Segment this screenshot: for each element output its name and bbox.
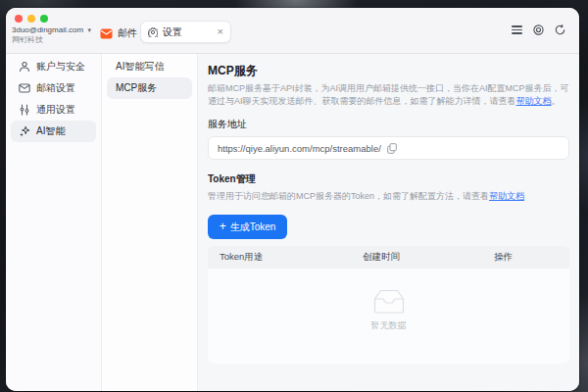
caret-down-icon: ▾ <box>88 26 92 33</box>
page-title: MCP服务 <box>208 63 569 79</box>
subnav-item-label: AI智能写信 <box>116 60 164 74</box>
mail-icon <box>100 28 113 39</box>
sidebar-item-ai[interactable]: AI智能 <box>11 121 96 142</box>
service-address-field[interactable]: https://qiye.aliyun.com/mcp/streamable/ <box>208 136 569 160</box>
sidebar-item-label: 邮箱设置 <box>36 81 75 95</box>
close-window-button[interactable] <box>15 15 23 23</box>
tab-mail-label: 邮件 <box>118 26 137 40</box>
menu-icon[interactable] <box>512 25 522 34</box>
person-icon <box>19 61 30 73</box>
minimize-window-button[interactable] <box>27 15 35 23</box>
generate-token-label: 生成Token <box>230 220 276 234</box>
account-company: 网钉科技 <box>12 35 91 45</box>
app-window: 3duo@dingmail.com ▾ 网钉科技 邮件 设置 × <box>6 8 579 391</box>
token-description: 管理用于访问您邮箱的MCP服务器的Token，如需了解配置方法，请查看帮助文档 <box>208 190 569 203</box>
subnav-item-label: MCP服务 <box>116 81 157 95</box>
theme-icon[interactable] <box>533 24 544 35</box>
column-header-token-purpose: Token用途 <box>208 251 363 264</box>
traffic-lights <box>15 15 48 23</box>
ai-sparkle-icon <box>19 125 30 137</box>
sidebar-item-label: 通用设置 <box>36 103 75 117</box>
tab-mail[interactable]: 邮件 <box>100 26 137 40</box>
help-doc-link[interactable]: 帮助文档 <box>516 96 552 106</box>
copy-icon[interactable] <box>387 143 397 154</box>
sliders-icon <box>19 104 30 116</box>
token-table-header: Token用途 创建时间 操作 <box>208 246 569 269</box>
ai-subnav: AI智能写信 MCP服务 <box>102 54 198 391</box>
token-description-text: 管理用于访问您邮箱的MCP服务器的Token，如需了解配置方法，请查看 <box>208 191 489 201</box>
account-email: 3duo@dingmail.com <box>12 25 83 34</box>
subnav-item-mcp-service[interactable]: MCP服务 <box>107 77 192 99</box>
close-tab-icon[interactable]: × <box>218 26 223 37</box>
mcp-description-period: 。 <box>552 96 561 106</box>
sidebar-item-label: 账户与安全 <box>36 60 85 74</box>
mcp-description-text: 邮箱MCP服务基于API封装，为AI调用用户邮箱提供统一接口，当你在AI配置MC… <box>208 83 569 106</box>
tab-settings-label: 设置 <box>163 25 182 39</box>
zoom-window-button[interactable] <box>40 15 48 23</box>
settings-sidebar: 账户与安全 邮箱设置 通用设置 <box>6 54 102 391</box>
sidebar-item-account-security[interactable]: 账户与安全 <box>11 56 96 77</box>
mail-settings-icon <box>19 82 30 94</box>
empty-text: 暂无数据 <box>371 319 407 332</box>
account-switcher[interactable]: 3duo@dingmail.com ▾ 网钉科技 <box>12 23 91 45</box>
titlebar: 3duo@dingmail.com ▾ 网钉科技 邮件 设置 × <box>6 8 579 54</box>
subnav-item-ai-writing[interactable]: AI智能写信 <box>107 56 192 77</box>
sidebar-item-label: AI智能 <box>36 124 65 138</box>
service-address-value: https://qiye.aliyun.com/mcp/streamable/ <box>218 143 381 154</box>
token-help-doc-link[interactable]: 帮助文档 <box>489 191 524 201</box>
tab-settings[interactable]: 设置 × <box>140 21 231 43</box>
mcp-service-panel: MCP服务 邮箱MCP服务基于API封装，为AI调用用户邮箱提供统一接口，当你在… <box>198 54 579 391</box>
sidebar-item-general-settings[interactable]: 通用设置 <box>11 99 96 121</box>
sidebar-item-mailbox-settings[interactable]: 邮箱设置 <box>11 77 96 99</box>
empty-box-icon <box>372 288 406 315</box>
sync-icon[interactable] <box>555 24 565 35</box>
window-body: 账户与安全 邮箱设置 通用设置 <box>6 54 579 391</box>
plus-icon: + <box>220 220 226 232</box>
token-table: Token用途 创建时间 操作 暂无数据 <box>208 246 569 364</box>
token-table-empty-state: 暂无数据 <box>208 269 569 364</box>
mcp-description: 邮箱MCP服务基于API封装，为AI调用用户邮箱提供统一接口，当你在AI配置MC… <box>208 82 569 108</box>
service-address-label: 服务地址 <box>208 118 569 131</box>
column-header-created-time: 创建时间 <box>363 251 494 264</box>
titlebar-actions <box>512 24 565 35</box>
gear-icon <box>148 27 158 37</box>
column-header-actions: 操作 <box>494 251 569 264</box>
token-section-title: Token管理 <box>208 172 569 186</box>
generate-token-button[interactable]: + 生成Token <box>208 215 287 239</box>
